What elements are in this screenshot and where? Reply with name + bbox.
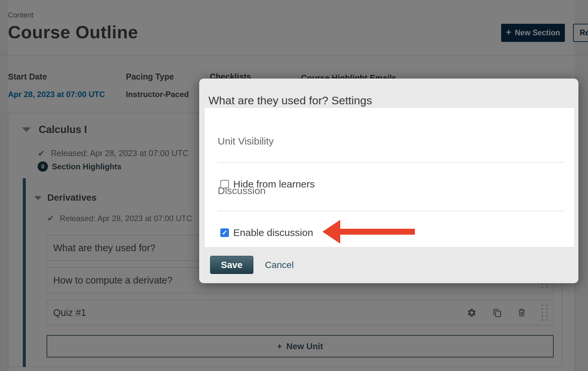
annotation-arrow bbox=[320, 218, 416, 246]
studio-course-outline-page: Content Course Outline + New Section Re … bbox=[0, 0, 588, 371]
checkmark-icon: ✓ bbox=[222, 229, 228, 237]
section-divider bbox=[218, 211, 566, 211]
unit-visibility-heading: Unit Visibility bbox=[218, 136, 274, 147]
enable-discussion-option[interactable]: ✓ Enable discussion bbox=[220, 227, 313, 238]
section-divider bbox=[218, 162, 566, 163]
enable-discussion-label: Enable discussion bbox=[233, 227, 313, 238]
cancel-button[interactable]: Cancel bbox=[265, 260, 294, 270]
modal-title: What are they used for? Settings bbox=[208, 94, 372, 107]
save-button[interactable]: Save bbox=[210, 256, 253, 274]
discussion-heading: Discussion bbox=[218, 185, 266, 196]
unit-settings-modal: What are they used for? Settings Unit Vi… bbox=[199, 79, 578, 283]
enable-discussion-checkbox[interactable]: ✓ bbox=[220, 228, 229, 237]
